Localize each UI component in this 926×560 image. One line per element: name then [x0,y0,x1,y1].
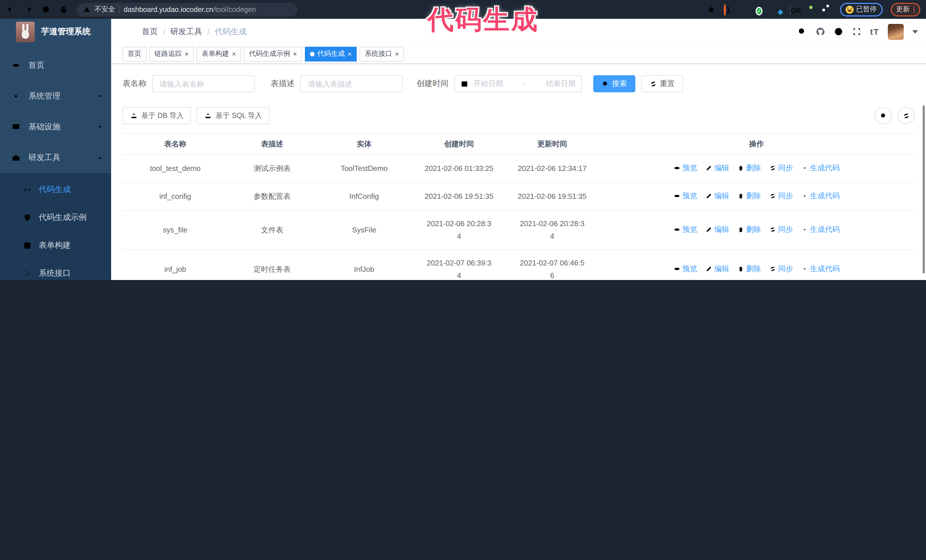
breadcrumb-dev-tools[interactable]: 研发工具 [170,27,202,37]
action-trash-link[interactable]: 删除 [737,162,761,174]
action-download-link[interactable]: 生成代码 [801,190,840,202]
action-eye-link[interactable]: 预览 [673,162,697,174]
date-range-picker[interactable]: 开始日期 - 结束日期 [454,75,582,92]
sync-icon [769,266,776,272]
browser-home-icon[interactable] [59,5,68,14]
action-sync-link[interactable]: 同步 [769,223,793,236]
cell-entity: InfJob [316,250,412,280]
fullscreen-icon[interactable] [852,27,862,36]
reset-refresh-icon [650,80,657,88]
update-button[interactable]: 更新 [890,3,920,16]
toggle-search-button[interactable] [875,107,892,124]
sync-icon [769,193,776,199]
action-trash-link[interactable]: 删除 [737,190,761,202]
tab-label: 系统接口 [365,49,392,59]
sidebar-item-system[interactable]: 系统管理 [0,81,111,112]
api-icon [23,269,32,278]
import-sql-button[interactable]: 基于 SQL 导入 [197,107,269,124]
extension-diamond-icon[interactable] [740,5,749,14]
extension-orange-icon[interactable]: 1 [723,5,732,14]
font-size-icon[interactable]: tT [870,27,879,36]
table-desc-input[interactable] [300,75,403,92]
refresh-table-button[interactable] [897,107,915,124]
tab-label: 代码生成 [318,49,345,59]
address-bar[interactable]: 不安全 dashboard.yudao.iocoder.cn/tool/code… [76,3,298,16]
browser-forward-icon[interactable] [23,5,33,14]
browser-back-icon[interactable] [6,5,15,14]
import-db-label: 基于 DB 导入 [141,111,184,121]
browser-menu-dots-icon[interactable] [913,6,915,13]
table-name-input[interactable] [152,75,255,92]
tab-form-builder[interactable]: 表单构建× [197,47,241,61]
sidebar-submenu: 代码生成代码生成示例表单构建系统接口数据库文档 [0,173,111,280]
action-label: 编辑 [714,190,729,202]
paused-badge[interactable]: 已暂停 [840,3,882,16]
action-label: 编辑 [714,162,729,174]
sidebar-item-home[interactable]: 首页 [0,50,111,81]
close-icon[interactable]: × [348,50,352,57]
column-header: 创建时间 [412,134,506,155]
sidebar-item-form-builder[interactable]: 表单构建 [0,231,111,259]
close-icon[interactable]: × [293,50,297,57]
breadcrumb-separator: / [207,27,210,36]
url-divider [119,5,120,14]
import-db-button[interactable]: 基于 DB 导入 [123,107,191,124]
action-edit-link[interactable]: 编辑 [705,223,729,236]
extension-grid-icon[interactable] [773,5,782,14]
cell-desc: 测试示例表 [228,155,316,183]
reset-button[interactable]: 重置 [641,75,683,92]
close-icon[interactable]: × [395,50,399,57]
avatar-caret-down-icon[interactable] [912,30,918,33]
help-icon[interactable] [834,27,843,36]
action-label: 同步 [778,190,793,202]
sidebar-item-devtools[interactable]: 研发工具 [0,142,111,173]
sidebar-item-codegen-example[interactable]: 代码生成示例 [0,203,111,231]
date-end-placeholder: 结束日期 [546,78,575,89]
close-icon[interactable]: × [185,50,189,57]
logo-row[interactable]: 芋道管理系统 [0,19,111,44]
screen: 不安全 dashboard.yudao.iocoder.cn/tool/code… [0,0,926,280]
action-edit-link[interactable]: 编辑 [705,190,729,202]
hamburger-icon[interactable] [121,27,132,37]
tab-home[interactable]: 首页 [123,47,147,61]
action-edit-link[interactable]: 编辑 [705,263,729,275]
action-eye-link[interactable]: 预览 [673,190,697,202]
action-download-link[interactable]: 生成代码 [801,263,840,275]
tab-system-api[interactable]: 系统接口× [360,47,404,61]
github-icon[interactable] [816,27,825,36]
action-label: 同步 [778,162,793,174]
browser-reload-icon[interactable] [41,5,51,14]
action-download-link[interactable]: 生成代码 [801,223,840,236]
action-trash-link[interactable]: 删除 [737,223,761,236]
sidebar-item-infra[interactable]: 基础设施 [0,112,111,142]
extension-on-icon[interactable]: on [790,5,799,14]
extension-puzzle-icon[interactable] [823,5,832,14]
extension-check-icon[interactable]: ✓ [757,5,766,14]
action-download-link[interactable]: 生成代码 [801,162,840,174]
breadcrumb-home[interactable]: 首页 [142,27,158,37]
scrollbar-thumb[interactable] [923,106,925,273]
download-icon [801,266,808,272]
close-icon[interactable]: × [232,50,236,57]
extension-green-icon[interactable] [806,5,815,14]
download-icon [801,165,808,172]
search-button[interactable]: 搜索 [593,75,635,92]
avatar[interactable] [888,24,904,39]
tab-codegen-example[interactable]: 代码生成示例× [244,47,302,61]
action-eye-link[interactable]: 预览 [673,263,697,275]
action-sync-link[interactable]: 同步 [769,162,793,174]
action-label: 同步 [778,223,793,236]
action-edit-link[interactable]: 编辑 [705,162,729,174]
sidebar-item-system-api[interactable]: 系统接口 [0,259,111,280]
tab-tracing[interactable]: 链路追踪× [149,47,194,61]
bookmark-star-icon[interactable] [706,5,716,14]
tab-codegen[interactable]: 代码生成× [305,47,357,61]
table-row: sys_file文件表SysFile2021-02-06 20:28:3 420… [123,210,915,250]
action-trash-link[interactable]: 删除 [737,263,761,275]
action-eye-link[interactable]: 预览 [673,223,697,236]
search-icon[interactable] [797,27,807,36]
action-sync-link[interactable]: 同步 [769,263,793,275]
action-sync-link[interactable]: 同步 [769,190,793,202]
sidebar-item-codegen[interactable]: 代码生成 [0,175,111,203]
shield-icon [23,213,32,222]
